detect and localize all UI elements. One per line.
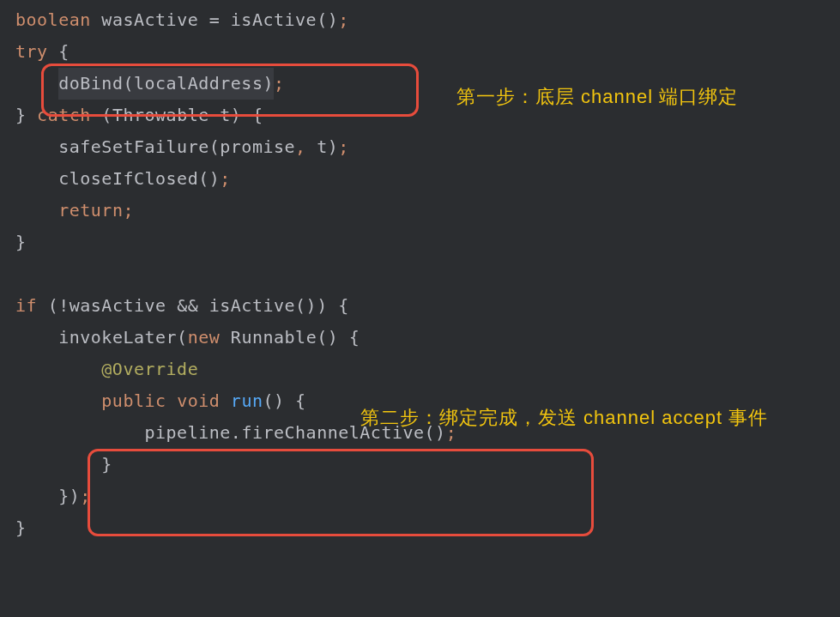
keyword-catch: catch: [37, 100, 91, 131]
code-text: Runnable() {: [220, 322, 360, 354]
code-text: (Throwable t) {: [91, 100, 263, 131]
semicolon: ;: [220, 163, 231, 195]
indent: [15, 417, 145, 449]
annotation-step2: 第二步：绑定完成，发送 channel accept 事件: [360, 403, 840, 432]
indent: [15, 481, 58, 512]
code-line: }: [15, 512, 840, 544]
code-text: }): [58, 481, 80, 512]
brace: }: [101, 449, 112, 481]
brace: {: [48, 36, 69, 68]
code-line: closeIfClosed();: [15, 163, 840, 195]
space: [166, 385, 178, 417]
code-line: if (!wasActive && isActive()) {: [15, 290, 840, 322]
keyword-new: new: [188, 322, 221, 354]
semicolon: ;: [338, 4, 349, 36]
indent: [15, 385, 101, 417]
semicolon: ;: [123, 195, 134, 227]
code-line: return;: [15, 195, 840, 227]
code-line: }: [15, 449, 840, 481]
keyword-if: if: [15, 290, 37, 322]
code-line: try {: [15, 36, 840, 68]
annotation-step1: 第一步：底层 channel 端口绑定: [456, 80, 738, 115]
indent: [15, 163, 58, 195]
brace: }: [15, 512, 27, 544]
code-text: () {: [263, 385, 305, 417]
keyword-boolean: boolean: [15, 4, 91, 36]
keyword-public: public: [101, 385, 166, 417]
code-text: t): [306, 131, 339, 163]
code-line: invokeLater(new Runnable() {: [15, 322, 840, 354]
keyword-void: void: [177, 385, 220, 417]
indent: [15, 131, 58, 163]
brace: }: [15, 100, 37, 131]
code-line: @Override: [15, 354, 840, 385]
space: [220, 385, 231, 417]
code-line: });: [15, 481, 840, 512]
object-ref: pipeline.: [145, 417, 242, 449]
indent: [15, 354, 101, 385]
semicolon: ;: [274, 68, 285, 100]
indent: [15, 195, 58, 227]
keyword-return: return: [58, 195, 123, 227]
keyword-try: try: [15, 36, 48, 68]
method-call: doBind(localAddress): [58, 73, 274, 94]
code-line: }: [15, 227, 840, 258]
method-call: invokeLater(: [58, 322, 188, 354]
code-line: safeSetFailure(promise, t);: [15, 131, 840, 163]
brace: }: [15, 227, 27, 258]
code-text: (!wasActive && isActive()) {: [37, 290, 349, 322]
highlighted-call: doBind(localAddress): [58, 68, 274, 100]
indent: [15, 68, 58, 100]
code-text: wasActive = isActive(): [91, 4, 338, 36]
method-call: closeIfClosed(): [58, 163, 220, 195]
annotation-override: @Override: [101, 354, 198, 385]
comma: ,: [295, 131, 306, 163]
indent: [15, 449, 101, 481]
method-call: safeSetFailure(promise: [58, 131, 295, 163]
method-name: run: [231, 385, 263, 417]
semicolon: ;: [338, 131, 349, 163]
code-line: boolean wasActive = isActive();: [15, 4, 840, 36]
semicolon: ;: [80, 481, 91, 512]
code-line-empty: [15, 258, 840, 290]
indent: [15, 322, 58, 354]
